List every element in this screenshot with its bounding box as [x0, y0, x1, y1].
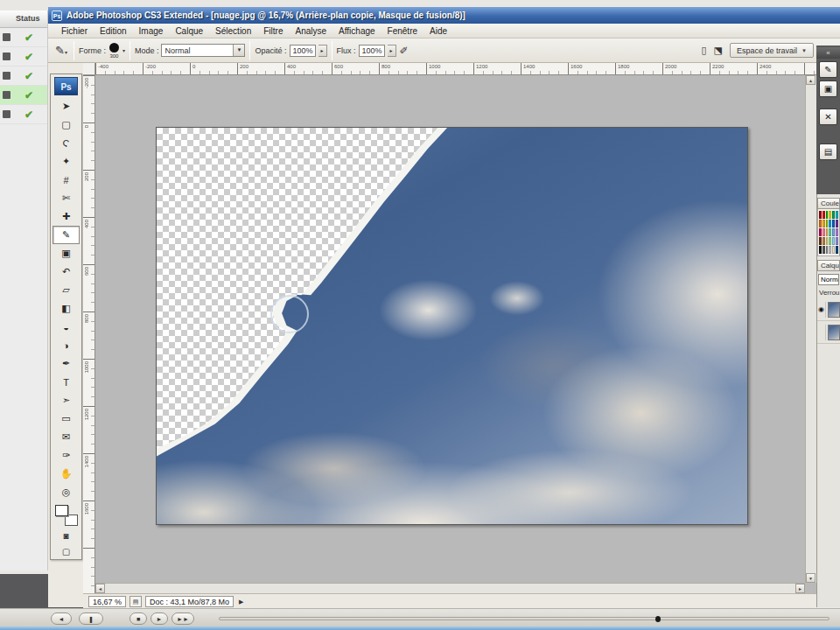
slice-tool[interactable]: ✄ [52, 189, 80, 207]
color-swatch[interactable] [819, 220, 822, 228]
status-flyout-icon[interactable]: ▶ [237, 598, 243, 606]
rewind-button[interactable]: ◄ [51, 612, 72, 625]
seek-slider[interactable] [219, 617, 830, 620]
color-swatch[interactable] [832, 237, 835, 245]
quick-mask-button[interactable]: ◙ [52, 528, 80, 543]
opacity-slider-arrow-icon[interactable]: ▸ [318, 45, 327, 57]
layer-arriere-plan[interactable] [817, 321, 840, 344]
history-brush-tool[interactable]: ↶ [52, 262, 80, 281]
color-swatch[interactable] [832, 211, 835, 219]
task-list-item[interactable]: ✔ [0, 86, 47, 105]
layer-thumbnail[interactable] [828, 302, 840, 318]
task-list-item[interactable]: ✔ [0, 47, 47, 66]
scroll-up-icon[interactable]: ▲ [806, 75, 816, 85]
color-swatch[interactable] [829, 228, 831, 236]
tab-calques[interactable]: Calques [817, 260, 840, 271]
layer-visibility-eye-icon[interactable]: ◉ [818, 302, 826, 318]
menu-analyse[interactable]: Analyse [289, 25, 332, 37]
color-swatch[interactable] [832, 228, 835, 236]
color-swatch[interactable] [826, 228, 829, 236]
dodge-tool[interactable]: ◑ [52, 336, 80, 354]
gradient-tool[interactable]: ◧ [52, 299, 80, 318]
blur-tool[interactable]: ◒ [52, 318, 80, 336]
color-swatch[interactable] [832, 246, 835, 254]
flow-input[interactable]: 100% [359, 45, 385, 57]
layer-comps-panel-icon[interactable]: ▤ [819, 144, 837, 160]
layers-blend-mode-dropdown[interactable]: Normal [818, 274, 839, 285]
color-swatch[interactable] [822, 228, 825, 236]
color-swatch[interactable] [836, 246, 838, 254]
zoom-tool[interactable]: ◎ [52, 483, 80, 501]
eraser-tool[interactable]: ▱ [52, 281, 80, 299]
color-swatch[interactable] [826, 246, 829, 254]
marquee-tool[interactable]: ▢ [52, 116, 80, 134]
layer-arriere-plan-copie[interactable]: ◉ [817, 298, 840, 321]
task-list-item[interactable]: ✔ [0, 66, 47, 86]
clone-stamp-tool[interactable]: ▣ [52, 244, 80, 262]
color-swatch[interactable] [819, 228, 822, 236]
eyedropper-tool[interactable]: ✑ [52, 446, 80, 465]
color-swatch[interactable] [836, 228, 838, 236]
scroll-right-icon[interactable]: ► [795, 584, 805, 593]
menu-aide[interactable]: Aide [424, 25, 453, 37]
menu-edition[interactable]: Edition [94, 25, 133, 37]
play-button[interactable]: ► [150, 612, 168, 625]
layer-visibility-eye-icon[interactable] [818, 325, 826, 340]
blend-mode-dropdown[interactable]: Normal ▼ [161, 44, 245, 57]
opacity-input[interactable]: 100% [290, 45, 316, 57]
scroll-left-icon[interactable]: ◄ [95, 584, 105, 593]
notes-tool[interactable]: ✉ [52, 428, 80, 446]
vertical-scrollbar[interactable]: ▲ ▼ [805, 75, 816, 583]
hand-tool[interactable]: ✋ [52, 465, 80, 483]
healing-brush-tool[interactable]: ✚ [52, 207, 80, 226]
workspace-button[interactable]: Espace de travail ▼ [730, 43, 814, 58]
type-tool[interactable]: T [52, 373, 80, 391]
quick-selection-tool[interactable]: ✦ [52, 152, 80, 171]
color-swatch[interactable] [822, 211, 825, 219]
go-to-bridge-icon[interactable]: ⬔ [714, 45, 723, 56]
airbrush-toggle-icon[interactable]: ✐ [400, 45, 409, 57]
tool-presets-panel-icon[interactable]: ✕ [819, 108, 837, 125]
seek-handle[interactable] [655, 616, 661, 622]
color-swatch[interactable] [826, 211, 829, 219]
color-swatch[interactable] [819, 246, 822, 254]
menu-image[interactable]: Image [133, 25, 170, 37]
color-swatches[interactable] [55, 505, 78, 526]
color-swatch[interactable] [829, 220, 831, 228]
brush-tool[interactable]: ✎ [52, 226, 80, 244]
color-swatch[interactable] [822, 246, 825, 254]
document-canvas[interactable] [156, 127, 748, 525]
layer-thumbnail[interactable] [828, 325, 840, 340]
pen-tool[interactable]: ✒ [52, 354, 80, 373]
shape-tool[interactable]: ▭ [52, 410, 80, 428]
lasso-tool[interactable]: Ϛ [52, 134, 80, 152]
horizontal-scrollbar[interactable]: ◄ ► [95, 583, 805, 593]
menu-fichier[interactable]: Fichier [55, 25, 94, 37]
new-document-icon[interactable]: ▯ [702, 45, 707, 56]
color-swatch[interactable] [826, 220, 829, 228]
pause-button[interactable]: ❚ [79, 612, 103, 625]
color-swatch[interactable] [822, 220, 825, 228]
color-swatch[interactable] [836, 220, 838, 228]
screen-mode-button[interactable]: ▢ [52, 543, 80, 559]
color-swatch[interactable] [832, 220, 835, 228]
brushes-panel-icon[interactable]: ✎ [819, 61, 837, 78]
brush-dropdown-arrow-icon[interactable]: ▾ [122, 47, 125, 53]
zoom-level-input[interactable]: 16,67 % [88, 596, 126, 607]
color-swatch[interactable] [829, 211, 831, 219]
color-swatch[interactable] [819, 237, 822, 245]
brush-preset-picker[interactable]: 300 [108, 43, 120, 59]
color-swatch[interactable] [822, 237, 825, 245]
clone-source-panel-icon[interactable]: ▣ [819, 80, 837, 97]
color-swatch[interactable] [836, 237, 838, 245]
menu-filtre[interactable]: Filtre [257, 25, 289, 37]
tool-preset-picker[interactable]: ✎▾ [48, 44, 69, 57]
forward-button[interactable]: ►► [172, 612, 194, 625]
crop-tool[interactable]: # [52, 171, 80, 189]
path-selection-tool[interactable]: ➣ [52, 391, 80, 410]
title-bar[interactable]: Ps Adobe Photoshop CS3 Extended - [nuage… [48, 7, 840, 24]
menu-fenetre[interactable]: Fenêtre [382, 25, 424, 37]
stop-button[interactable]: ■ [130, 612, 147, 625]
tab-couleur[interactable]: Couleur [817, 198, 840, 209]
task-list-item[interactable]: ✔ [0, 105, 47, 124]
